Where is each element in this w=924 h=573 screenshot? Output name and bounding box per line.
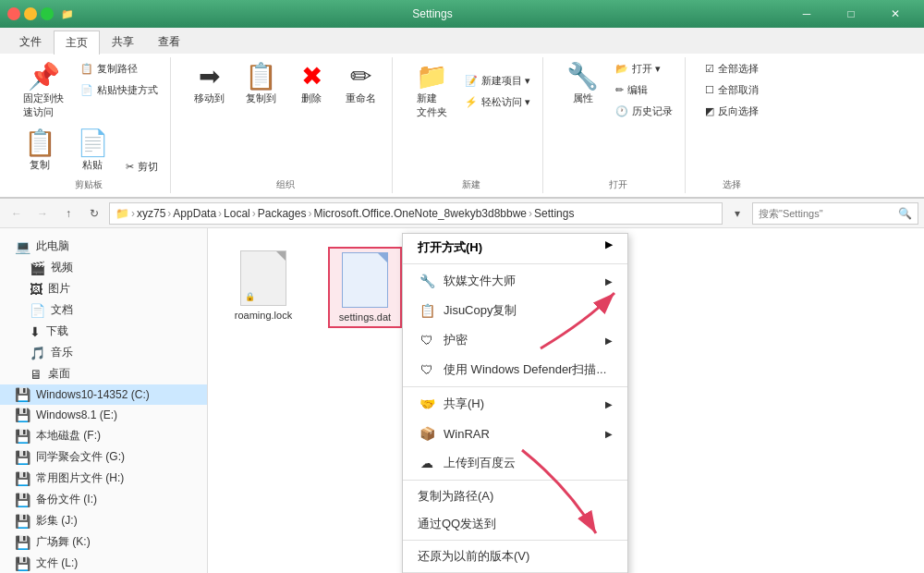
copy-button[interactable]: 📋 复制 [16,126,65,177]
file-item-settings-dat[interactable]: settings.dat [328,247,402,328]
close-dot[interactable] [7,7,20,20]
refresh-button[interactable]: ↻ [83,202,105,225]
copy-to-button[interactable]: 📋 复制到 [237,59,286,110]
tab-share[interactable]: 共享 [100,30,146,54]
copy-icon: 📋 [24,130,56,156]
file-item-roaming-lock[interactable]: 🔒 roaming.lock [226,247,300,324]
clipboard-label: 剪贴板 [75,177,103,191]
ctx-restore-version[interactable]: 还原为以前的版本(V) [403,543,627,570]
paste-shortcut-label: 粘贴快捷方式 [97,83,158,97]
forward-button[interactable]: → [31,202,54,225]
invert-select-icon: ◩ [705,105,714,117]
edit-button[interactable]: ✏ 编辑 [611,80,677,100]
sidebar-item-win8[interactable]: 💾 Windows8.1 (E:) [0,405,207,425]
sidebar-item-disk-k[interactable]: 💾 广场舞 (K:) [0,531,207,553]
ctx-jisucopy-icon: 📋 [418,301,436,320]
sidebar-item-disk-l[interactable]: 💾 文件 (L:) [0,553,207,573]
ctx-winrar[interactable]: 📦 WinRAR ▶ [403,419,627,448]
main-area: 💻 此电脑 🎬 视频 🖼 图片 📄 文档 ⬇ 下载 🎵 音乐 [0,228,924,573]
disk-k-label: 广场舞 (K:) [36,534,91,550]
sidebar-item-downloads[interactable]: ⬇ 下载 [0,321,207,342]
select-all-button[interactable]: ☑ 全部选择 [700,59,763,79]
min-dot[interactable] [24,7,37,20]
sidebar-item-pictures[interactable]: 🖼 图片 [0,278,207,299]
minimize-button[interactable]: ─ [785,0,828,28]
sidebar-item-win10[interactable]: 💾 Windows10-14352 (C:) [0,384,207,405]
paste-label: 粘贴 [82,158,103,172]
close-button[interactable]: ✕ [874,0,917,28]
sidebar-item-disk-h[interactable]: 💾 常用图片文件 (H:) [0,468,207,489]
maximize-button[interactable]: □ [830,0,872,28]
disk-g-icon: 💾 [15,450,30,465]
copy-path-icon: 📋 [80,63,93,75]
ctx-winrar-arrow: ▶ [605,429,613,439]
disk-i-label: 备份文件 (I:) [36,492,97,507]
disk-j-label: 影集 (J:) [36,513,78,529]
ctx-open-with-arrow: ▶ [605,239,613,256]
rename-button[interactable]: ✏ 重命名 [337,59,384,110]
search-icon: 🔍 [898,207,912,220]
pin-button[interactable]: 📌 固定到快速访问 [15,59,72,124]
search-input[interactable] [759,208,898,219]
ctx-winrar-icon: 📦 [418,424,436,443]
invert-select-button[interactable]: ◩ 反向选择 [700,102,763,121]
tab-view[interactable]: 查看 [146,30,192,54]
ctx-open-with[interactable]: 打开方式(H) ▶ [403,234,627,262]
sidebar-item-desktop[interactable]: 🖥 桌面 [0,363,207,384]
sidebar-item-documents[interactable]: 📄 文档 [0,299,207,321]
ctx-open-with-label: 打开方式(H) [418,239,482,256]
deselect-all-button[interactable]: ☐ 全部取消 [700,80,763,100]
ctx-jisucopy[interactable]: 📋 JisuCopy复制 [403,296,627,325]
copy-path-button[interactable]: 📋 复制路径 [76,59,163,79]
ctx-defender[interactable]: 🛡 使用 Windows Defender扫描... [403,355,627,384]
sidebar-item-thispc[interactable]: 💻 此电脑 [0,236,207,257]
ctx-guard-icon: 🛡 [418,331,436,349]
address-path[interactable]: 📁 › xyz75 › AppData › Local › Packages ›… [109,202,723,225]
ctx-baidu[interactable]: ☁ 上传到百度云 [403,448,627,478]
sidebar-item-music[interactable]: 🎵 音乐 [0,342,207,363]
sidebar-item-disk-i[interactable]: 💾 备份文件 (I:) [0,489,207,510]
ctx-softmei[interactable]: 🔧 软媒文件大师 ▶ [403,266,627,296]
tab-home[interactable]: 主页 [54,30,100,55]
sidebar-item-disk-g[interactable]: 💾 同学聚会文件 (G:) [0,446,207,468]
open-button[interactable]: 📂 打开 ▾ [611,59,677,79]
sidebar-item-disk-j[interactable]: 💾 影集 (J:) [0,510,207,531]
tab-file[interactable]: 文件 [7,30,54,54]
deselect-all-icon: ☐ [705,84,714,96]
clipboard-buttons: 📌 固定到快速访问 📋 复制路径 📄 粘贴快捷方式 [15,59,163,124]
win10-label: Windows10-14352 (C:) [36,388,150,401]
win8-label: Windows8.1 (E:) [36,408,117,421]
up-button[interactable]: ↑ [57,202,79,225]
disk-f-label: 本地磁盘 (F:) [36,428,101,444]
new-folder-button[interactable]: 📁 新建文件夹 [407,59,456,124]
open-label: 打开 [609,177,627,191]
sidebar-item-video[interactable]: 🎬 视频 [0,257,207,278]
delete-button[interactable]: ✖ 删除 [289,59,334,110]
ctx-qq-send[interactable]: 通过QQ发送到 [403,510,627,538]
win8-icon: 💾 [15,408,30,422]
properties-button[interactable]: 🔧 属性 [558,59,607,121]
new-item-button[interactable]: 📝 新建项目 ▾ [460,71,535,91]
cut-button[interactable]: ✂ 剪切 [121,157,163,177]
sidebar-item-local-f[interactable]: 💾 本地磁盘 (F:) [0,425,207,446]
back-button[interactable]: ← [6,202,28,225]
ctx-copypath[interactable]: 复制为路径(A) [403,482,627,510]
documents-icon: 📄 [30,303,45,318]
disk-f-icon: 💾 [15,429,30,444]
ctx-divider-3 [403,540,627,541]
ctx-share[interactable]: 🤝 共享(H) ▶ [403,389,627,419]
dropdown-button[interactable]: ▾ [726,202,748,225]
path-segment: 📁 [116,207,129,220]
max-dot[interactable] [41,7,54,20]
paste-button[interactable]: 📄 粘贴 [68,126,117,177]
ctx-guard[interactable]: 🛡 护密 ▶ [403,325,627,355]
easy-access-button[interactable]: ⚡ 轻松访问 ▾ [460,92,535,112]
ctx-divider-0 [403,263,627,264]
path-settings: Settings [534,207,574,220]
ctx-qq-send-label: 通过QQ发送到 [418,516,496,532]
history-button[interactable]: 🕐 历史记录 [611,102,677,121]
paste-shortcut-button[interactable]: 📄 粘贴快捷方式 [76,80,163,100]
search-box[interactable]: 🔍 [752,202,918,225]
move-to-button[interactable]: ➡ 移动到 [186,59,233,110]
copy-path-label: 复制路径 [97,62,138,76]
